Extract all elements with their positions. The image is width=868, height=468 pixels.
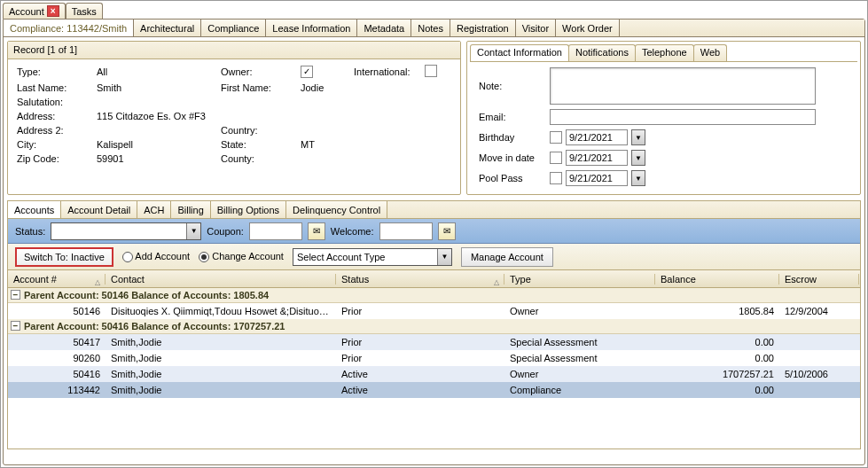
label-county: County: [221, 153, 301, 164]
tab-registration[interactable]: Registration [450, 20, 516, 36]
movein-field[interactable]: 9/21/2021 [566, 150, 628, 166]
note-textarea[interactable] [550, 67, 816, 105]
col-status[interactable]: Status△ [336, 274, 504, 285]
label-zip: Zip Code: [17, 153, 97, 164]
select-account-type[interactable]: Select Account Type▼ [293, 248, 452, 266]
label-status: Status: [15, 226, 45, 237]
cell-account: 50146 [8, 306, 106, 316]
label-birthday: Birthday [479, 132, 550, 143]
tab-compliance[interactable]: Compliance [201, 20, 266, 36]
pool-checkbox[interactable] [550, 172, 562, 184]
value-address: 115 Citdazoe Es. Ox #F3 [97, 111, 354, 121]
cell-balance: 0.00 [655, 353, 779, 363]
cell-status: Prior [336, 353, 504, 363]
tab-compliance-record[interactable]: Compliance: 113442/Smith [4, 20, 134, 36]
status-combo[interactable]: ▼ [51, 222, 201, 240]
cell-type: Compliance [504, 385, 655, 395]
chevron-down-icon[interactable]: ▼ [437, 249, 451, 265]
label-movein: Move in date [479, 152, 550, 163]
status-bar: Status: ▼ Coupon: ✉ Welcome: ✉ [8, 219, 860, 244]
label-note: Note: [479, 81, 550, 91]
tab-visitor[interactable]: Visitor [516, 20, 556, 36]
pool-field[interactable]: 9/21/2021 [566, 170, 628, 186]
tab-notes[interactable]: Notes [411, 20, 450, 36]
action-bar: Switch To: Inactive Add Account Change A… [8, 244, 860, 270]
tab-telephone[interactable]: Telephone [635, 44, 694, 61]
label-coupon: Coupon: [207, 226, 244, 237]
birthday-checkbox[interactable] [550, 131, 562, 144]
label-add-account: Add Account [135, 251, 190, 261]
tab-delinquency[interactable]: Delinquency Control [286, 201, 387, 218]
tab-account-detail[interactable]: Account Detail [61, 201, 137, 218]
value-lastname: Smith [97, 82, 221, 93]
radio-add-account[interactable] [122, 252, 133, 262]
col-contact[interactable]: Contact [106, 274, 336, 285]
label-welcome: Welcome: [331, 226, 374, 237]
close-icon[interactable]: × [47, 5, 59, 17]
cell-contact: Smith,Jodie [106, 385, 336, 395]
coupon-action-icon[interactable]: ✉ [308, 222, 325, 240]
tab-accounts[interactable]: Accounts [8, 201, 61, 218]
tab-billing-options[interactable]: Billing Options [211, 201, 286, 218]
top-tab-account[interactable]: Account × [3, 3, 66, 19]
tab-work-order[interactable]: Work Order [556, 20, 620, 36]
movein-checkbox[interactable] [550, 152, 562, 164]
welcome-input[interactable] [379, 222, 433, 240]
chevron-down-icon[interactable]: ▼ [186, 223, 200, 239]
tab-lease-information[interactable]: Lease Information [266, 20, 357, 36]
contact-panel: Contact Information Notifications Teleph… [466, 41, 861, 195]
cell-type: Owner [504, 369, 655, 379]
cell-account: 50417 [8, 337, 106, 347]
cell-status: Prior [336, 337, 504, 347]
welcome-action-icon[interactable]: ✉ [438, 222, 456, 240]
label-state: State: [221, 139, 301, 150]
sort-icon: △ [95, 278, 100, 286]
table-row[interactable]: 50416Smith,JodieActiveOwner1707257.215/1… [8, 366, 860, 382]
tab-metadata[interactable]: Metadata [357, 20, 411, 36]
tab-ach[interactable]: ACH [137, 201, 171, 218]
table-row[interactable]: 113442Smith,JodieActiveCompliance0.00 [8, 382, 860, 398]
chevron-down-icon[interactable]: ▼ [631, 150, 645, 166]
table-row[interactable]: 50146Disituoqies X. Qiimmiqt,Tdouu Hsowe… [8, 303, 860, 319]
group-header[interactable]: −Parent Account: 50146 Balance of Accoun… [8, 288, 860, 303]
col-type[interactable]: Type [504, 274, 655, 285]
top-tab-tasks[interactable]: Tasks [66, 3, 103, 19]
label-city: City: [17, 139, 97, 150]
email-field[interactable] [550, 109, 816, 125]
value-type: All [97, 66, 221, 77]
tab-notifications[interactable]: Notifications [568, 44, 636, 61]
label-country: Country: [221, 125, 301, 136]
collapse-icon[interactable]: − [11, 321, 20, 331]
manage-account-button[interactable]: Manage Account [461, 247, 553, 267]
cell-balance: 1805.84 [655, 306, 779, 316]
value-zip: 59901 [97, 153, 221, 164]
label-change-account: Change Account [212, 251, 284, 261]
tab-web[interactable]: Web [693, 44, 727, 61]
nav-tabs: Compliance: 113442/Smith Architectural C… [4, 20, 864, 37]
table-row[interactable]: 50417Smith,JodiePriorSpecial Assessment0… [8, 334, 860, 350]
tab-billing[interactable]: Billing [171, 201, 210, 218]
col-escrow[interactable]: Escrow [779, 274, 859, 285]
owner-checkbox[interactable] [301, 66, 313, 78]
table-row[interactable]: 90260Smith,JodiePriorSpecial Assessment0… [8, 350, 860, 366]
collapse-icon[interactable]: − [11, 290, 20, 300]
radio-change-account[interactable] [199, 252, 209, 262]
cell-balance: 1707257.21 [655, 369, 779, 379]
cell-status: Active [336, 385, 504, 395]
label-type: Type: [17, 66, 97, 77]
col-account[interactable]: Account #△ [8, 274, 106, 285]
chevron-down-icon[interactable]: ▼ [631, 129, 645, 145]
col-balance[interactable]: Balance [655, 274, 779, 285]
cell-status: Active [336, 369, 504, 379]
chevron-down-icon[interactable]: ▼ [631, 170, 645, 186]
tab-contact-info[interactable]: Contact Information [470, 44, 569, 61]
cell-contact: Smith,Jodie [106, 369, 336, 379]
accounts-panel: Accounts Account Detail ACH Billing Bill… [7, 200, 861, 449]
group-header[interactable]: −Parent Account: 50416 Balance of Accoun… [8, 319, 860, 334]
grid-body[interactable]: −Parent Account: 50146 Balance of Accoun… [8, 288, 860, 448]
coupon-input[interactable] [249, 222, 302, 240]
international-checkbox[interactable] [425, 65, 437, 77]
tab-architectural[interactable]: Architectural [134, 20, 201, 36]
switch-to-inactive-button[interactable]: Switch To: Inactive [15, 247, 113, 267]
birthday-field[interactable]: 9/21/2021 [566, 129, 628, 145]
